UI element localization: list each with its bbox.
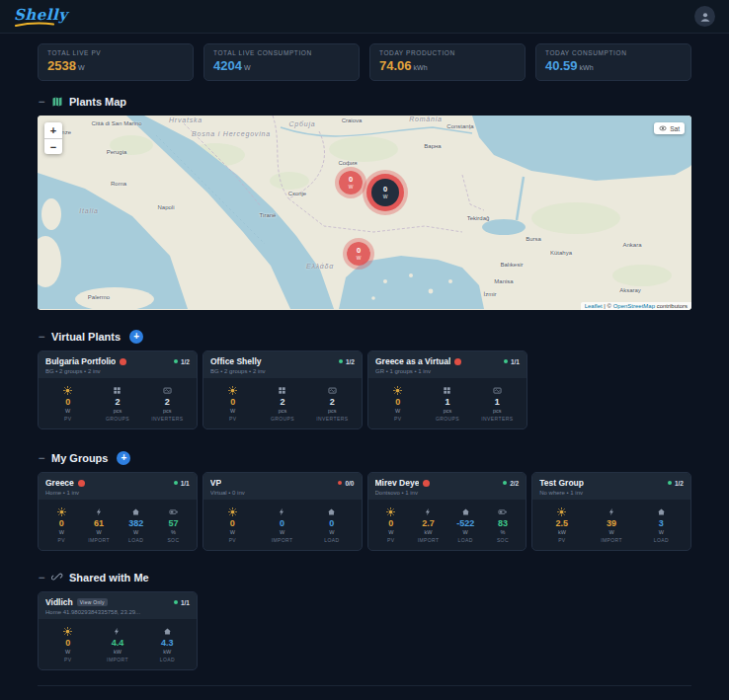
virtual-plants-section-header: − Virtual Plants +: [38, 330, 691, 344]
home-icon: [657, 507, 666, 516]
stat-load: 4.3 kW LOAD: [144, 627, 191, 662]
group-card[interactable]: Mirev Deye 2/2 Dontsovo • 1 inv 0 W PV 2…: [367, 472, 527, 551]
user-avatar-button[interactable]: [694, 6, 715, 27]
map-city-label: Città di San Marino: [91, 120, 141, 126]
card-stats: 0 W PV 0 W IMPORT 0 W LOAD: [203, 500, 362, 550]
map-region-label: Bosna i Hercegovina: [192, 130, 271, 137]
virtual-plant-card[interactable]: Bulgaria Portfolio 1/2 BG • 2 groups • 2…: [38, 350, 198, 429]
group-subtitle: No where • 1 inv: [539, 490, 684, 496]
shared-plant-card[interactable]: Vidlich View Only 1/1 Home 41.9802938433…: [38, 591, 198, 670]
collapse-toggle[interactable]: −: [38, 330, 45, 344]
online-status: 2/2: [503, 480, 519, 487]
marker-unit: W: [357, 256, 362, 261]
card-header: Greece as a Virtual 1/1 GR • 1 groups • …: [368, 351, 526, 378]
shelly-logo[interactable]: Shelly: [14, 6, 67, 27]
card-header: VP 0/0 Virtual • 0 inv: [203, 473, 362, 500]
collapse-toggle[interactable]: −: [38, 451, 45, 465]
attribution-text: | ©: [603, 303, 613, 309]
bolt-icon: [278, 507, 286, 516]
card-stats: 0 W PV 2 pcs GROUPS 2 pcs INVERTERS: [39, 378, 197, 428]
map-zoom-control: + −: [44, 122, 62, 154]
stat-card-today-production: TODAY PRODUCTION 74.06kWh: [369, 43, 526, 81]
my-groups-section-header: − My Groups +: [38, 451, 691, 465]
card-header: Office Shelly 1/2 BG • 2 groups • 2 inv: [203, 351, 362, 378]
card-header: Vidlich View Only 1/1 Home 41.9802938433…: [39, 592, 197, 619]
stat-import: 61 W IMPORT: [82, 507, 117, 543]
marker-unit: W: [349, 185, 354, 190]
dashboard-content: TOTAL LIVE PV 2538W TOTAL LIVE CONSUMPTI…: [38, 34, 691, 686]
add-virtual-plant-button[interactable]: +: [129, 330, 143, 344]
sun-icon: [228, 507, 237, 516]
add-group-button[interactable]: +: [117, 451, 130, 465]
plant-subtitle: BG • 2 groups • 2 inv: [45, 368, 190, 374]
card-header: Mirev Deye 2/2 Dontsovo • 1 inv: [368, 473, 526, 500]
section-title: Virtual Plants: [51, 331, 121, 343]
map-city-label: Варна: [424, 143, 441, 149]
marker-value: 0: [357, 247, 361, 255]
map-attribution: Leaflet | © OpenStreetMap contributors: [581, 302, 691, 310]
virtual-plants-row: Bulgaria Portfolio 1/2 BG • 2 groups • 2…: [38, 350, 691, 429]
stat-load: 382 W LOAD: [119, 507, 153, 543]
sun-icon: [228, 386, 237, 395]
card-header: Bulgaria Portfolio 1/2 BG • 2 groups • 2…: [39, 351, 197, 378]
stat-import: 39 W IMPORT: [589, 507, 635, 543]
status-dot: [504, 359, 508, 363]
collapse-toggle[interactable]: −: [38, 95, 45, 109]
map-region-label: Hrvatska: [169, 117, 202, 123]
online-status: 1/1: [174, 480, 190, 487]
summary-stats-row: TOTAL LIVE PV 2538W TOTAL LIVE CONSUMPTI…: [38, 43, 691, 81]
sun-icon: [557, 507, 566, 516]
map-plant-marker[interactable]: 0 W: [371, 179, 399, 206]
stat-pv: 0 W PV: [44, 627, 91, 662]
home-icon: [327, 507, 336, 516]
zoom-in-button[interactable]: +: [44, 122, 62, 138]
map-plant-marker[interactable]: 0 W: [339, 171, 363, 194]
group-name: Greece: [45, 478, 74, 488]
alarm-badge: [120, 358, 126, 365]
map-region-label: Italia: [79, 207, 99, 214]
virtual-plant-card[interactable]: Office Shelly 1/2 BG • 2 groups • 2 inv …: [202, 350, 363, 429]
section-title: Plants Map: [69, 96, 126, 108]
marker-value: 0: [349, 176, 353, 184]
stat-inverters: 2 pcs INVERTERS: [309, 386, 356, 422]
stat-label: TOTAL LIVE PV: [47, 49, 184, 56]
status-dot: [668, 481, 672, 485]
stat-pv: 0 W PV: [374, 507, 409, 543]
map-city-label: İzmir: [484, 291, 497, 297]
group-card[interactable]: Test Group 1/2 No where • 1 inv 2.5 kW P…: [531, 472, 691, 551]
group-card[interactable]: VP 0/0 Virtual • 0 inv 0 W PV 0 W IMPORT: [202, 472, 363, 551]
stat-import: 4.4 kW IMPORT: [94, 627, 140, 662]
grid-icon: [443, 386, 451, 395]
stat-value: 2538W: [47, 58, 184, 73]
person-icon: [699, 11, 711, 23]
stat-soc: 83 % SOC: [486, 507, 521, 543]
home-icon: [163, 627, 172, 636]
map-plant-marker[interactable]: 0 W: [347, 242, 370, 266]
online-status: 1/1: [504, 358, 520, 365]
plant-name: Bulgaria Portfolio: [45, 356, 116, 366]
sun-icon: [63, 386, 72, 395]
zoom-out-button[interactable]: −: [44, 138, 62, 154]
collapse-toggle[interactable]: −: [38, 571, 45, 584]
group-card[interactable]: Greece 1/1 Home • 1 inv 0 W PV 61 W IMP: [38, 472, 198, 551]
navbar: Shelly: [0, 0, 729, 34]
card-header: Test Group 1/2 No where • 1 inv: [532, 473, 690, 500]
alarm-badge: [78, 480, 85, 487]
stat-groups: 2 pcs GROUPS: [259, 386, 305, 422]
map-city-label: Roma: [111, 181, 126, 187]
leaflet-link[interactable]: Leaflet: [585, 303, 603, 309]
stat-pv: 0 W PV: [209, 386, 256, 422]
map-city-label: Kütahya: [550, 250, 572, 256]
plants-map[interactable]: Città di San Marino Firenze Perugia Roma…: [38, 116, 691, 310]
battery-icon: [169, 507, 178, 516]
stat-card-total-live-pv: TOTAL LIVE PV 2538W: [38, 43, 194, 81]
openstreetmap-link[interactable]: OpenStreetMap: [613, 303, 655, 309]
battery-icon: [498, 507, 507, 516]
sun-icon: [393, 386, 402, 395]
map-city-label: Aksaray: [619, 287, 641, 293]
map-icon: [51, 96, 63, 108]
virtual-plant-card[interactable]: Greece as a Virtual 1/1 GR • 1 groups • …: [367, 350, 527, 429]
plant-name: Office Shelly: [210, 356, 262, 366]
map-layer-toggle-button[interactable]: Sat: [654, 122, 685, 134]
online-status: 1/2: [339, 358, 355, 365]
